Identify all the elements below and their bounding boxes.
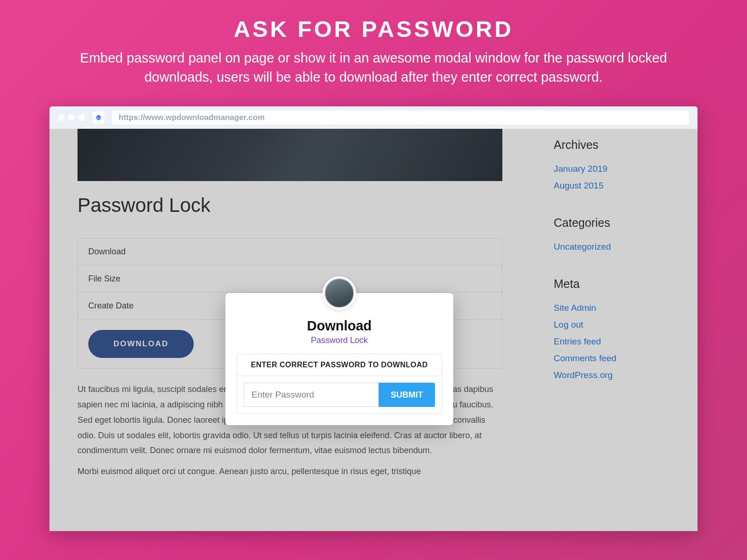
modal-avatar: [323, 276, 356, 310]
favicon-icon: [92, 112, 105, 124]
url-bar[interactable]: https://www.wpdownloadmanager.com: [112, 111, 689, 125]
password-input[interactable]: [244, 383, 379, 407]
minimize-dot[interactable]: [68, 114, 75, 121]
hero-title: ASK FOR PASSWORD: [65, 16, 682, 42]
traffic-lights: [58, 114, 85, 121]
modal-title: Download: [237, 318, 442, 334]
browser-chrome: https://www.wpdownloadmanager.com: [49, 106, 698, 129]
viewport: Password Lock Download File Size Create …: [49, 129, 698, 531]
maximize-dot[interactable]: [78, 114, 85, 121]
password-modal: Download Password Lock ENTER CORRECT PAS…: [226, 293, 453, 425]
close-dot[interactable]: [58, 114, 64, 121]
browser-window: https://www.wpdownloadmanager.com Passwo…: [49, 106, 698, 531]
hero-subtitle: Embed password panel on page or show it …: [65, 49, 682, 87]
modal-panel-heading: ENTER CORRECT PASSWORD TO DOWNLOAD: [237, 354, 442, 376]
submit-button[interactable]: SUBMIT: [379, 383, 435, 407]
modal-subtitle: Password Lock: [237, 336, 442, 345]
